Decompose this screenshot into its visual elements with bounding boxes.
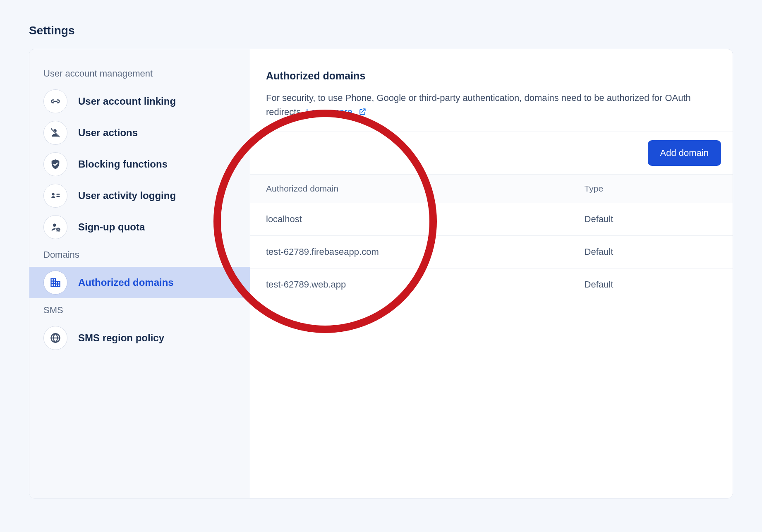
sidebar-item-user-account-linking[interactable]: User account linking — [29, 86, 250, 117]
svg-line-12 — [57, 228, 57, 229]
sidebar-item-label: Blocking functions — [78, 158, 168, 170]
table-row[interactable]: test-62789.firebaseapp.com Default — [250, 236, 733, 268]
sidebar-section-domains: Domains — [29, 243, 250, 267]
sidebar-item-label: Sign-up quota — [78, 221, 145, 233]
page-title: Settings — [29, 24, 733, 37]
content-description: For security, to use Phone, Google or th… — [266, 91, 717, 120]
sidebar-item-label: User activity logging — [78, 190, 176, 201]
toolbar: Add domain — [250, 132, 733, 174]
svg-rect-5 — [56, 196, 60, 197]
type-cell: Default — [569, 236, 733, 268]
sidebar-item-label: User account linking — [78, 96, 176, 107]
svg-point-6 — [53, 224, 56, 227]
sidebar-item-label: Authorized domains — [78, 277, 174, 288]
sidebar-item-sign-up-quota[interactable]: Sign-up quota — [29, 211, 250, 243]
svg-line-14 — [59, 228, 60, 229]
id-list-icon — [43, 184, 67, 208]
domains-table: Authorized domain Type localhost Default… — [250, 174, 733, 301]
svg-rect-4 — [56, 194, 60, 194]
domain-cell: test-62789.web.app — [250, 268, 569, 301]
shield-check-icon — [43, 152, 67, 176]
sidebar: User account management User account lin… — [29, 49, 250, 498]
sidebar-item-label: SMS region policy — [78, 332, 164, 344]
table-header-row: Authorized domain Type — [250, 175, 733, 203]
sidebar-item-user-actions[interactable]: User actions — [29, 117, 250, 149]
external-link-icon — [358, 106, 367, 120]
table-row[interactable]: localhost Default — [250, 203, 733, 236]
domain-icon — [43, 271, 67, 295]
globe-icon — [43, 326, 67, 350]
add-domain-button[interactable]: Add domain — [648, 140, 721, 166]
content-panel: Authorized domains For security, to use … — [250, 49, 733, 498]
sidebar-section-sms: SMS — [29, 298, 250, 322]
link-icon — [43, 89, 67, 113]
svg-line-15 — [57, 231, 57, 231]
svg-point-3 — [52, 193, 55, 195]
settings-card: User account management User account lin… — [29, 49, 733, 498]
sidebar-item-label: User actions — [78, 127, 138, 139]
sidebar-item-user-activity-logging[interactable]: User activity logging — [29, 180, 250, 211]
column-header-domain: Authorized domain — [250, 175, 569, 203]
svg-line-13 — [59, 231, 60, 231]
domain-cell: test-62789.firebaseapp.com — [250, 236, 569, 268]
content-title: Authorized domains — [266, 70, 717, 82]
user-gear-icon — [43, 215, 67, 239]
sidebar-item-blocking-functions[interactable]: Blocking functions — [29, 149, 250, 180]
domain-cell: localhost — [250, 203, 569, 236]
sidebar-item-sms-region-policy[interactable]: SMS region policy — [29, 322, 250, 354]
sidebar-item-authorized-domains[interactable]: Authorized domains — [29, 267, 250, 298]
sidebar-section-user-account: User account management — [29, 62, 250, 86]
type-cell: Default — [569, 268, 733, 301]
type-cell: Default — [569, 203, 733, 236]
table-row[interactable]: test-62789.web.app Default — [250, 268, 733, 301]
user-x-icon — [43, 121, 67, 145]
learn-more-link[interactable]: Learn more — [306, 107, 367, 117]
learn-more-label: Learn more — [306, 107, 353, 117]
column-header-type: Type — [569, 175, 733, 203]
